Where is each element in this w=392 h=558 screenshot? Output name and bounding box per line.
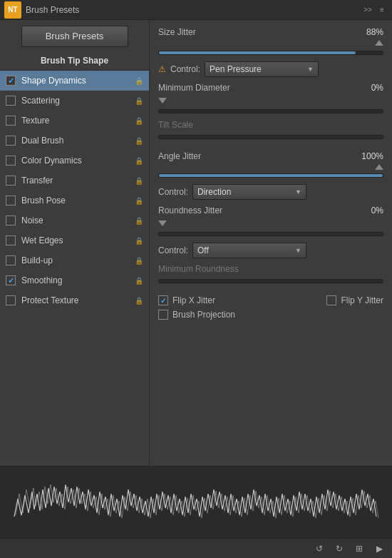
size-control-label: Control: [170,64,200,74]
brush-preview [0,467,392,538]
checkmark-smoothing: ✓ [8,276,14,285]
brush-list-item-build-up[interactable]: Build-up🔒 [0,250,149,270]
lock-icon-transfer: 🔒 [135,177,143,185]
brush-list-item-dual-brush[interactable]: Dual Brush🔒 [0,131,149,151]
angle-jitter-label: Angle Jitter [158,151,351,161]
checkbox-wet-edges[interactable] [6,235,16,245]
brush-tip-shape-header: Brush Tip Shape [0,53,149,71]
checkbox-protect-texture[interactable] [6,295,16,305]
lock-icon-wet-edges: 🔒 [135,237,143,245]
collapse-icon[interactable]: >> [362,4,373,16]
tilt-scale-row: Tilt Scale [158,120,383,130]
checkbox-color-dynamics[interactable] [6,156,16,166]
angle-control-dropdown[interactable]: Direction ▼ [192,184,306,200]
brush-list-item-scattering[interactable]: Scattering🔒 [0,91,149,111]
roundness-control-label: Control: [158,245,188,255]
size-control-row: ⚠ Control: Pen Pressure ▼ [158,61,383,77]
flip-y-item[interactable]: Flip Y Jitter [326,295,383,305]
brush-list-item-noise[interactable]: Noise🔒 [0,210,149,230]
label-shape-dynamics: Shape Dynamics [21,76,135,86]
brush-proj-item[interactable]: Brush Projection [158,310,235,320]
min-diameter-value: 0% [351,83,383,93]
lock-icon-build-up: 🔒 [135,257,143,265]
tilt-scale-slider [158,133,383,141]
min-diameter-arrow-down[interactable] [158,98,167,103]
checkbox-noise[interactable] [6,215,16,225]
undo-icon[interactable]: ↺ [312,542,326,556]
roundness-control-dropdown[interactable]: Off ▼ [192,243,306,258]
angle-jitter-slider[interactable] [158,171,383,180]
angle-control-row: Control: Direction ▼ [158,184,383,200]
flip-y-checkbox[interactable] [326,295,336,305]
brush-list-item-protect-texture[interactable]: Protect Texture🔒 [0,290,149,310]
angle-jitter-value: 100% [351,151,383,161]
min-diameter-label: Minimum Diameter [158,83,351,93]
size-control-dropdown[interactable]: Pen Pressure ▼ [205,61,319,77]
checkbox-dual-brush[interactable] [6,136,16,146]
roundness-control-arrow: ▼ [295,247,301,254]
min-diameter-slider[interactable] [158,107,383,116]
checkbox-shape-dynamics[interactable]: ✓ [6,76,16,86]
checkbox-texture[interactable] [6,116,16,126]
checkbox-scattering[interactable] [6,96,16,106]
brush-list-item-color-dynamics[interactable]: Color Dynamics🔒 [0,151,149,171]
flip-x-item[interactable]: ✓ Flip X Jitter [158,295,215,305]
label-noise: Noise [21,215,135,225]
brush-preview-svg [0,467,392,538]
brush-list-item-texture[interactable]: Texture🔒 [0,111,149,131]
size-jitter-track [158,51,383,55]
min-roundness-label: Minimum Roundness [158,264,383,274]
grid-icon[interactable]: ⊞ [352,542,366,556]
min-diameter-track [158,109,383,113]
checkbox-smoothing[interactable]: ✓ [6,275,16,285]
roundness-jitter-track [158,232,383,236]
checkbox-brush-pose[interactable] [6,196,16,206]
lock-icon-shape-dynamics: 🔒 [135,77,143,85]
label-transfer: Transfer [21,176,135,186]
play-icon[interactable]: ▶ [372,542,386,556]
lock-icon-smoothing: 🔒 [135,277,143,285]
lock-icon-texture: 🔒 [135,117,143,125]
roundness-jitter-arrow-down[interactable] [158,220,167,226]
label-color-dynamics: Color Dynamics [21,156,135,166]
flip-x-checkbox[interactable]: ✓ [158,295,168,305]
brush-list-item-wet-edges[interactable]: Wet Edges🔒 [0,230,149,250]
angle-control-arrow: ▼ [295,188,301,196]
angle-jitter-row: Angle Jitter 100% [158,151,383,161]
brush-list-item-shape-dynamics[interactable]: ✓Shape Dynamics🔒 [0,71,149,91]
checkbox-row-1: ✓ Flip X Jitter Flip Y Jitter [158,295,383,305]
title-bar-title: Brush Presets [26,5,79,15]
size-jitter-arrow-up[interactable] [375,40,383,46]
app-icon: NT [4,1,21,19]
label-texture: Texture [21,116,135,126]
angle-jitter-arrow-up[interactable] [375,164,383,170]
title-bar: NT Brush Presets >> ≡ [0,0,392,20]
lock-icon-scattering: 🔒 [135,97,143,105]
roundness-jitter-slider[interactable] [158,230,383,238]
label-dual-brush: Dual Brush [21,136,135,146]
label-wet-edges: Wet Edges [21,235,135,245]
menu-icon[interactable]: ≡ [376,4,388,16]
brush-presets-button[interactable]: Brush Presets [21,26,128,47]
min-roundness-track [158,279,383,283]
brush-proj-checkbox[interactable] [158,310,168,320]
angle-control-label: Control: [158,187,188,197]
size-jitter-label: Size Jitter [158,27,351,37]
label-smoothing: Smoothing [21,275,135,285]
tilt-scale-label: Tilt Scale [158,120,383,130]
angle-jitter-track [158,173,383,178]
brush-list-item-smoothing[interactable]: ✓Smoothing🔒 [0,270,149,290]
brush-list-item-brush-pose[interactable]: Brush Pose🔒 [0,191,149,210]
checkbox-transfer[interactable] [6,176,16,186]
label-brush-pose: Brush Pose [21,196,135,206]
tilt-scale-track [158,135,383,139]
size-jitter-slider[interactable] [158,49,383,57]
size-jitter-fill [159,51,356,54]
brush-list-item-transfer[interactable]: Transfer🔒 [0,171,149,191]
redo-icon[interactable]: ↻ [332,542,346,556]
flip-x-checkmark: ✓ [160,297,166,305]
checkbox-build-up[interactable] [6,255,16,265]
angle-control-value: Direction [197,187,231,197]
flip-y-label: Flip Y Jitter [341,295,383,305]
lock-icon-noise: 🔒 [135,217,143,225]
